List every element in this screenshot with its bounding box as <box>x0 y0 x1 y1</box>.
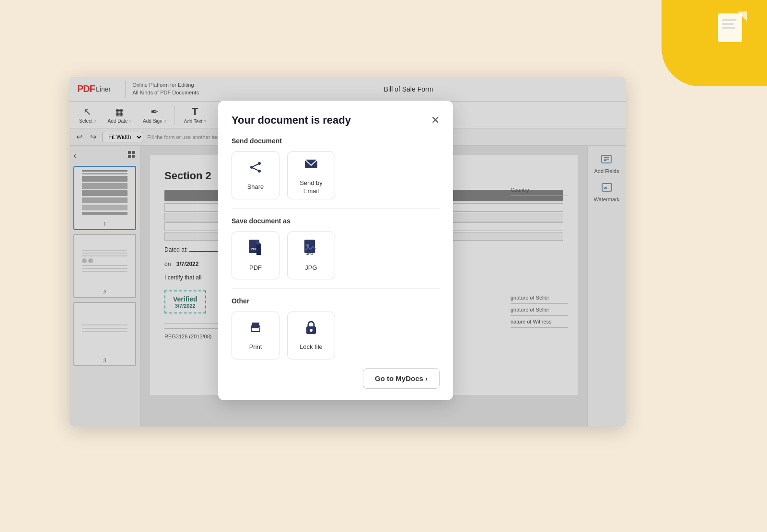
svg-rect-27 <box>252 323 259 326</box>
modal-divider-1 <box>232 208 440 208</box>
svg-point-15 <box>258 162 261 165</box>
modal-title: Your document is ready <box>232 114 351 127</box>
go-to-mydocs-button[interactable]: Go to MyDocs › <box>363 368 440 389</box>
send-section-title: Send document <box>232 137 440 145</box>
modal-close-button[interactable]: ✕ <box>431 115 440 126</box>
share-icon <box>248 160 263 178</box>
svg-point-16 <box>250 166 253 169</box>
modal-header: Your document is ready ✕ <box>232 114 440 127</box>
lock-icon <box>304 320 318 338</box>
print-icon <box>248 320 263 338</box>
other-section-title: Other <box>232 297 440 305</box>
modal-footer: Go to MyDocs › <box>232 368 440 389</box>
print-button[interactable]: Print <box>232 312 279 359</box>
svg-point-29 <box>259 327 260 328</box>
save-actions-row: PDF PDF JPG JPG <box>232 231 440 279</box>
save-section-title: Save document as <box>232 217 440 225</box>
share-button[interactable]: Share <box>232 151 279 199</box>
pdf-label: PDF <box>249 264 262 272</box>
send-email-label: Send byEmail <box>300 179 323 196</box>
svg-rect-32 <box>311 330 312 332</box>
app-logo-decoration <box>714 10 753 48</box>
modal-divider-2 <box>232 288 440 289</box>
send-email-button[interactable]: Send byEmail <box>287 151 335 199</box>
save-pdf-button[interactable]: PDF PDF <box>232 231 279 279</box>
pdf-icon: PDF <box>248 239 263 259</box>
jpg-icon: JPG <box>303 239 319 259</box>
jpg-label: JPG <box>305 264 317 272</box>
lock-label: Lock file <box>300 343 323 351</box>
other-actions-row: Print Lock file <box>232 312 440 359</box>
svg-line-18 <box>253 164 258 167</box>
svg-rect-28 <box>252 328 259 331</box>
svg-line-19 <box>253 168 258 171</box>
modal-overlay: Your document is ready ✕ Send document <box>70 77 626 427</box>
print-label: Print <box>249 343 262 351</box>
svg-point-24 <box>306 244 309 247</box>
svg-point-17 <box>258 170 261 173</box>
svg-rect-3 <box>722 27 735 29</box>
send-actions-row: Share Send byEmail <box>232 151 440 199</box>
svg-rect-2 <box>722 23 734 25</box>
editor-window: PDF Liner Online Platform for Editing Al… <box>70 77 626 427</box>
svg-text:PDF: PDF <box>251 247 258 251</box>
lock-button[interactable]: Lock file <box>287 312 335 359</box>
save-jpg-button[interactable]: JPG JPG <box>287 231 335 279</box>
share-label: Share <box>247 183 264 191</box>
email-icon <box>303 156 319 174</box>
svg-text:JPG: JPG <box>306 252 314 255</box>
svg-rect-1 <box>722 19 736 21</box>
document-ready-modal: Your document is ready ✕ Send document <box>218 101 453 400</box>
